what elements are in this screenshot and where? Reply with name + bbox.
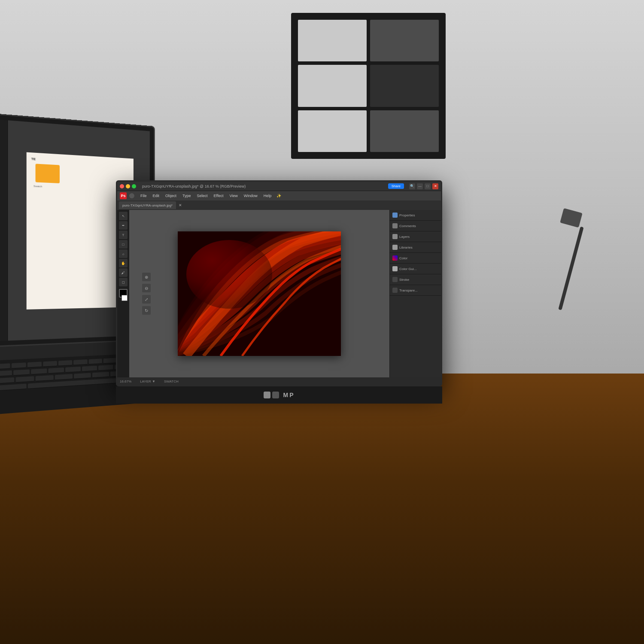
wall-frame-cell [370, 110, 439, 152]
eraser-tool[interactable]: ◻ [119, 278, 128, 286]
close-icon[interactable]: ✕ [432, 183, 438, 189]
cable-body [558, 226, 583, 310]
menu-type[interactable]: Type [180, 193, 194, 199]
selection-tool[interactable]: ↖ [119, 212, 128, 220]
desk-surface [0, 374, 644, 644]
key [15, 376, 34, 383]
key [88, 358, 102, 365]
key [43, 361, 57, 367]
shape-tool[interactable]: □ [119, 240, 128, 249]
transparency-item[interactable]: Transpare... [392, 287, 438, 294]
monitor-brand-bar: MP [116, 386, 442, 404]
text-tool[interactable]: T [119, 231, 128, 239]
key [12, 362, 26, 368]
key [27, 361, 42, 368]
pen-tool[interactable]: ✒ [119, 221, 128, 230]
nav-control-4[interactable]: ↻ [142, 306, 151, 315]
brush-tool[interactable]: 🖌 [119, 268, 128, 277]
laptop-canvas-title: TE [31, 157, 36, 161]
tab-close[interactable]: ✕ [179, 203, 182, 207]
wall-frame-cell [298, 110, 367, 152]
ps-canvas-area: ⊕ ⊖ ⤢ ↻ [129, 210, 389, 377]
key [48, 368, 64, 374]
stroke-item[interactable]: Stroke [392, 276, 438, 283]
ps-app-icon: Ps [120, 192, 127, 199]
menu-effect[interactable]: Effect [211, 193, 226, 199]
libraries-item[interactable]: Libraries [392, 244, 438, 251]
transparency-label: Transpare... [399, 289, 418, 292]
hand-tool[interactable]: ✋ [119, 259, 128, 267]
key [35, 375, 53, 382]
ps-panel-color: Color [390, 253, 441, 264]
properties-icon [392, 213, 398, 218]
ps-tab-active[interactable]: puro-TXGqnUYRA-unsplash.jpg* [119, 201, 176, 209]
laptop-color-swatch: Swatch [33, 185, 42, 188]
nav-control-1[interactable]: ⊕ [142, 273, 151, 281]
ps-tab-bar: puro-TXGqnUYRA-unsplash.jpg* ✕ [117, 200, 441, 210]
key [55, 374, 72, 380]
monitor-bezel: puro-TXGqnUYRA-unsplash.jpg* @ 16.67 % (… [116, 180, 442, 386]
color-guide-item[interactable]: Color Gui... [392, 265, 438, 272]
maximize-button[interactable] [132, 184, 136, 188]
close-button[interactable] [120, 184, 124, 188]
ps-menubar: Ps File Edit Object Type Select Effect V… [117, 191, 441, 200]
layers-label: Layers [399, 235, 410, 239]
ps-panel-properties: Properties [390, 210, 441, 221]
minimize-button[interactable] [126, 184, 130, 188]
menu-object[interactable]: Object [163, 193, 179, 199]
canvas-artwork [178, 231, 341, 356]
laptop-swatch-label: Swatch [33, 185, 42, 188]
key [74, 359, 88, 365]
nav-control-3[interactable]: ⤢ [142, 295, 151, 304]
background-color[interactable] [122, 295, 128, 301]
ps-titlebar: puro-TXGqnUYRA-unsplash.jpg* @ 16.67 % (… [117, 182, 441, 191]
key [0, 363, 10, 369]
monitor-brand-logo [264, 392, 279, 398]
layers-item[interactable]: Layers [392, 233, 438, 240]
ps-panel-stroke: Stroke [390, 274, 441, 285]
ps-panel-libraries: Libraries [390, 242, 441, 253]
key [13, 369, 30, 376]
color-item[interactable]: Color [392, 255, 438, 261]
share-button[interactable]: Share [388, 183, 404, 189]
ps-title: puro-TXGqnUYRA-unsplash.jpg* @ 16.67 % (… [142, 184, 246, 188]
key [0, 377, 14, 384]
ps-home-icon[interactable] [129, 193, 134, 198]
monitor: puro-TXGqnUYRA-unsplash.jpg* @ 16.67 % (… [116, 180, 442, 404]
key [103, 358, 116, 364]
ai-icon: ✨ [276, 194, 281, 198]
properties-label: Properties [399, 213, 415, 217]
menu-edit[interactable]: Edit [150, 193, 162, 199]
menu-help[interactable]: Help [261, 193, 274, 199]
laptop-orange-rect [36, 164, 60, 184]
svg-point-1 [186, 240, 272, 309]
menu-select[interactable]: Select [194, 193, 210, 199]
comments-label: Comments [399, 224, 416, 228]
nav-control-2[interactable]: ⊖ [142, 284, 151, 292]
monitor-screen: puro-TXGqnUYRA-unsplash.jpg* @ 16.67 % (… [117, 182, 441, 385]
zoom-tool[interactable]: ⌕ [119, 249, 128, 258]
canvas-controls-left: ⊕ ⊖ ⤢ ↻ [142, 273, 151, 315]
file-info: LAYER ▼ [140, 380, 155, 383]
ps-canvas [178, 231, 341, 356]
menu-view[interactable]: View [227, 193, 240, 199]
key [58, 360, 72, 366]
wall-frame-cell [370, 65, 439, 106]
stroke-label: Stroke [399, 278, 409, 282]
menu-file[interactable]: File [138, 193, 149, 199]
minimize-icon[interactable]: — [417, 183, 423, 189]
ps-body: ↖ ✒ T □ ⌕ ✋ 🖌 ◻ ⊕ ⊖ ⤢ [117, 210, 441, 377]
search-icon[interactable]: 🔍 [409, 183, 415, 189]
stroke-icon [392, 277, 398, 282]
properties-item[interactable]: Properties [392, 212, 438, 219]
comments-item[interactable]: Comments [392, 222, 438, 229]
key [65, 367, 81, 373]
key [98, 365, 113, 371]
ps-panel-transparency: Transpare... [390, 285, 441, 296]
wall-frame-cell [370, 20, 439, 61]
menu-window[interactable]: Window [241, 193, 260, 199]
libraries-label: Libraries [399, 246, 413, 249]
wall-frame-cell [298, 20, 367, 61]
color-guide-label: Color Gui... [399, 267, 416, 271]
maximize-icon[interactable]: □ [425, 183, 431, 189]
